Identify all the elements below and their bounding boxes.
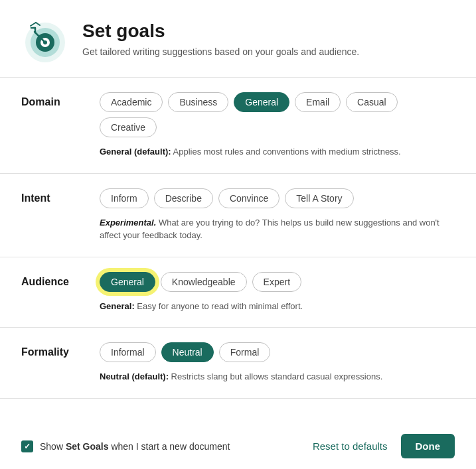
audience-chips: General Knowledgeable Expert (100, 272, 455, 292)
domain-section: Domain Academic Business General Email C… (0, 78, 476, 174)
formality-formal-chip[interactable]: Formal (219, 342, 271, 362)
show-goals-checkbox[interactable] (21, 440, 33, 452)
page-subtitle: Get tailored writing suggestions based o… (82, 46, 359, 57)
set-goals-page: Set goals Get tailored writing suggestio… (0, 0, 476, 469)
domain-creative-chip[interactable]: Creative (100, 117, 157, 137)
done-button[interactable]: Done (401, 434, 455, 458)
intent-chips: Inform Describe Convince Tell A Story (100, 188, 455, 208)
intent-describe-chip[interactable]: Describe (154, 188, 213, 208)
intent-inform-chip[interactable]: Inform (100, 188, 149, 208)
formality-content: Informal Neutral Formal Neutral (default… (100, 342, 455, 383)
formality-neutral-chip[interactable]: Neutral (161, 342, 214, 362)
intent-section: Intent Inform Describe Convince Tell A S… (0, 174, 476, 257)
intent-content: Inform Describe Convince Tell A Story Ex… (100, 188, 455, 242)
formality-label: Formality (21, 342, 81, 358)
domain-content: Academic Business General Email Casual C… (100, 92, 455, 159)
intent-label: Intent (21, 188, 81, 204)
footer-left: Show Set Goals when I start a new docume… (21, 440, 230, 452)
domain-business-chip[interactable]: Business (168, 92, 228, 112)
domain-chips: Academic Business General Email Casual C… (100, 92, 455, 137)
intent-convince-chip[interactable]: Convince (218, 188, 279, 208)
domain-email-chip[interactable]: Email (295, 92, 341, 112)
domain-note: General (default): Applies most rules an… (100, 145, 455, 159)
domain-academic-chip[interactable]: Academic (100, 92, 163, 112)
formality-chips: Informal Neutral Formal (100, 342, 455, 362)
audience-section: Audience General Knowledgeable Expert Ge… (0, 257, 476, 328)
formality-section: Formality Informal Neutral Formal Neutra… (0, 328, 476, 399)
header: Set goals Get tailored writing suggestio… (0, 0, 476, 77)
audience-label: Audience (21, 272, 81, 288)
target-icon (21, 16, 69, 64)
page-title: Set goals (82, 20, 359, 42)
intent-note: Experimental. What are you trying to do?… (100, 216, 455, 242)
audience-note: General: Easy for anyone to read with mi… (100, 300, 455, 313)
header-text: Set goals Get tailored writing suggestio… (82, 16, 359, 57)
formality-informal-chip[interactable]: Informal (100, 342, 156, 362)
formality-note: Neutral (default): Restricts slang but a… (100, 370, 455, 383)
footer-label: Show Set Goals when I start a new docume… (40, 441, 230, 452)
domain-label: Domain (21, 92, 81, 108)
audience-general-chip[interactable]: General (100, 272, 155, 292)
footer-right: Reset to defaults Done (313, 434, 455, 458)
footer: Show Set Goals when I start a new docume… (0, 423, 476, 469)
reset-defaults-button[interactable]: Reset to defaults (313, 440, 388, 452)
audience-knowledgeable-chip[interactable]: Knowledgeable (161, 272, 247, 292)
audience-general-highlight: General (100, 272, 155, 292)
audience-expert-chip[interactable]: Expert (252, 272, 301, 292)
domain-general-chip[interactable]: General (234, 92, 289, 112)
domain-casual-chip[interactable]: Casual (346, 92, 398, 112)
audience-content: General Knowledgeable Expert General: Ea… (100, 272, 455, 313)
intent-tell-story-chip[interactable]: Tell A Story (285, 188, 353, 208)
